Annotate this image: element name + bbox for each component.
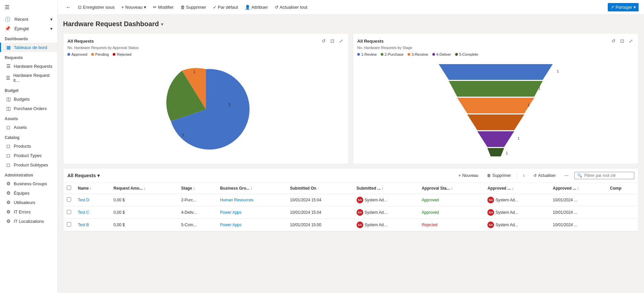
search-input[interactable] [584,173,631,178]
sidebar-item-hardware-requests[interactable]: ☰ Hardware Requests [0,61,57,71]
recent-chevron-icon: ▾ [50,17,53,22]
legend-5complete: 5-Complete [455,52,478,56]
charts-row: All Requests ↺ ⊡ ⤢ No. Hardware Requests… [63,33,639,164]
table-col-submitted-on[interactable]: Submitted On ↓ [287,183,353,194]
sidebar-item-it-localizations[interactable]: ⚙ IT Localizations [0,216,57,226]
sidebar-item-purchase-orders[interactable]: ◫ Purchase Orders [0,104,57,113]
table-new-button[interactable]: + Nouveau [455,171,481,180]
sidebar-item-utilisateurs[interactable]: ⚙ Utilisateurs [0,198,57,207]
default-button[interactable]: ✓ Par défaut [210,3,241,11]
sidebar-item-it-errors[interactable]: ⚙ IT Errors [0,207,57,216]
sidebar-item-products[interactable]: ◻ Products [0,141,57,151]
table-col-submitted-by[interactable]: Submitted ... ↕ [353,183,419,194]
main-area: ← ⊡ Enregistrer sous + Nouveau ▾ ✏ Modif… [58,0,644,293]
sidebar-item-tableaux[interactable]: ▦ Tableaux de bord [0,43,57,52]
table-col-request-amount[interactable]: Request Amo... ↕ [110,183,178,194]
table-title-button[interactable]: All Requests ▾ [67,173,100,178]
row-2-submitted-by: SA System Ad... [353,219,419,231]
legend-label-5complete: 5-Complete [459,52,478,56]
select-all-checkbox[interactable] [67,186,71,190]
table-col-business-group[interactable]: Business Gro... ↕ [217,183,287,194]
sidebar-pinned[interactable]: 📌 Épinglé ▾ [0,24,57,33]
share-button[interactable]: ↗ Partager ▾ [608,3,639,11]
legend-rejected: Rejected [113,52,131,56]
table-refresh-button[interactable]: ↺ Actualiser [530,171,559,180]
row-checkbox-0[interactable] [63,194,74,206]
page-title-chevron[interactable]: ▾ [161,21,163,27]
chart-expand-btn-2[interactable]: ⤢ [628,38,634,44]
table-more-button[interactable]: ⋯ [561,171,572,180]
legend-1review: 1-Review [357,52,377,56]
row-1-business-group[interactable]: Power Apps [217,206,287,219]
share-icon: ↗ [610,5,614,10]
sidebar-item-assets[interactable]: ◻ Assets [0,123,57,132]
business-groups-icon: ⚙ [6,181,11,186]
row-0-approved-by: SA System Ad... [484,194,549,206]
table-col-approved-by[interactable]: Approved ... ↕ [484,183,549,194]
chart-refresh-btn-1[interactable]: ↺ [320,38,327,44]
funnel-layer-1 [439,64,553,80]
table-delete-icon: 🗑 [487,173,491,178]
legend-label-approved: Approved [71,52,87,56]
row-0-approval-status: Approved [418,194,484,206]
row-checkbox-1[interactable] [63,206,74,219]
row-0-avatar: SA [357,197,363,203]
chart-card-stage: All Requests ↺ ⊡ ⤢ No. Hardware Requests… [353,33,639,164]
sidebar-item-business-groups[interactable]: ⚙ Business Groups [0,179,57,188]
row-0-business-group[interactable]: Human Resources [217,194,287,206]
sidebar-item-hardware-request-it[interactable]: ☰ Hardware Request It... [0,71,57,85]
sidebar-item-product-subtypes[interactable]: ◻ Product Subtypes [0,160,57,169]
row-0-name[interactable]: Test D [74,194,110,206]
assign-button[interactable]: 👤 Attribuer [242,3,271,11]
delete-button[interactable]: 🗑 Supprimer [178,3,209,11]
chart-expand-btn-1[interactable]: ⤢ [338,38,344,44]
row-1-approval-status: Approved [418,206,484,219]
refresh-all-button[interactable]: ↺ Actualiser tout [272,3,310,11]
chart-refresh-btn-2[interactable]: ↺ [610,38,617,44]
sort-icon-stage: ↕ [193,187,195,190]
table-col-stage[interactable]: Stage ↕ [178,183,217,194]
back-button[interactable]: ← [63,3,74,12]
row-1-approved-name: System Ad... [495,210,518,215]
save-as-button[interactable]: ⊡ Enregistrer sous [75,3,117,11]
table-body: Test D 0,00 $ 2-Purc... Human Resources … [63,194,638,231]
chart-title-2: All Requests [357,39,384,44]
chart-save-btn-1[interactable]: ⊡ [329,38,336,44]
row-checkbox-2[interactable] [63,219,74,231]
legend-label-pending: Pending [95,52,109,56]
row-0-user-cell: SA System Ad... [357,197,415,203]
table-col-comp[interactable]: Comp [607,183,638,194]
row-0-approved-by-cell: SA System Ad... [487,197,546,203]
budgets-icon: ◫ [6,96,11,102]
sidebar-item-product-types[interactable]: ◻ Product Types [0,151,57,160]
chart-save-btn-2[interactable]: ⊡ [619,38,626,44]
assign-icon: 👤 [245,5,250,10]
table-col-name[interactable]: Name ↕ [74,183,110,194]
row-1-checkbox[interactable] [67,210,71,214]
row-2-approval-status: Rejected [418,219,484,231]
new-button[interactable]: + Nouveau ▾ [119,3,149,11]
sort-icon-submitted-on: ↓ [318,187,319,190]
row-2-name[interactable]: Test B [74,219,110,231]
row-1-name[interactable]: Test C [74,206,110,219]
table-header-checkbox[interactable] [63,183,74,194]
table-sort-button[interactable]: ↕ [520,171,528,180]
row-0-checkbox[interactable] [67,197,71,202]
table-col-approval-status[interactable]: Approval Sta... ↕ [418,183,484,194]
sort-icon-approval: ↕ [451,187,453,190]
row-2-business-group[interactable]: Power Apps [217,219,287,231]
hamburger-menu[interactable]: ☰ [0,0,57,14]
sidebar-item-equipes[interactable]: ⚙ Équipes [0,188,57,198]
table-delete-button[interactable]: 🗑 Supprimer [484,171,514,180]
sidebar-recent[interactable]: 🕐 Récent ▾ [0,14,57,24]
edit-icon: ✏ [153,5,157,10]
sidebar-item-budgets[interactable]: ◫ Budgets [0,94,57,104]
row-0-approved-avatar: SA [487,197,494,203]
table-col-approved-date[interactable]: Approved ... ↕ [549,183,607,194]
data-table: Name ↕ Request Amo... ↕ Stage ↕ Business… [63,183,638,231]
edit-button[interactable]: ✏ Modifier [150,3,176,11]
table-toolbar: All Requests ▾ + Nouveau 🗑 Supprimer ↕ [63,168,638,183]
sort-icon-bg: ↕ [251,187,252,190]
row-2-checkbox[interactable] [67,222,71,227]
default-icon: ✓ [213,5,217,10]
